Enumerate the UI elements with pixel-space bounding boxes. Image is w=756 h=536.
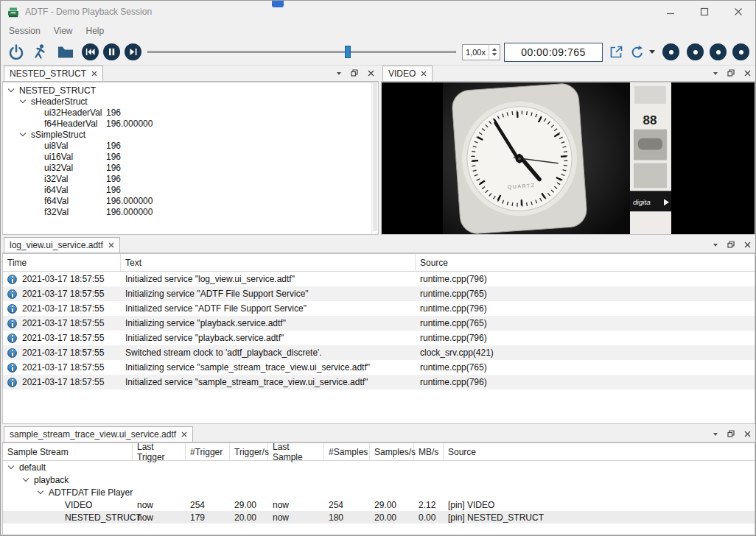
tree-row[interactable]: ui32Val 196 <box>3 162 378 173</box>
log-row[interactable]: 2021-03-17 18:57:55 Initializing service… <box>3 360 755 375</box>
trace-row[interactable]: ADTFDAT File Player <box>3 486 755 498</box>
tree-row[interactable]: f32Val 196.000000 <box>3 206 378 217</box>
pause-button[interactable] <box>103 43 120 60</box>
trace-row[interactable]: VIDEO now 254 29.00 now 254 29.00 2.12 [… <box>3 498 755 511</box>
seek-slider[interactable] <box>147 43 456 60</box>
tree-row[interactable]: ui32HeaderVal 196 <box>3 107 378 118</box>
tree-row[interactable]: i32Val 196 <box>3 173 378 184</box>
log-row[interactable]: 2021-03-17 18:57:55 Initializing service… <box>3 316 755 331</box>
column-header-time[interactable]: Time <box>3 254 121 271</box>
column-header-trigger-count[interactable]: #Trigger <box>186 443 230 460</box>
marker-dot-icon <box>669 50 673 54</box>
panel-close-icon[interactable] <box>368 68 374 79</box>
loop-playback-button[interactable] <box>630 45 645 60</box>
trace-row[interactable]: NESTED_STRUCT now 179 20.00 now 180 20.0… <box>3 511 755 523</box>
log-row[interactable]: 2021-03-17 18:57:55 Initialized service … <box>3 272 755 286</box>
menu-view[interactable]: View <box>47 24 80 38</box>
tree-item-label: f32Val <box>44 207 69 217</box>
log-row[interactable]: 2021-03-17 18:57:55 Switched stream cloc… <box>3 345 755 360</box>
speed-spinbox[interactable]: 1,00x <box>462 44 500 60</box>
trace-row[interactable]: playback <box>3 473 755 486</box>
marker-button-1[interactable] <box>662 43 679 60</box>
skip-to-start-button[interactable] <box>82 43 99 60</box>
open-folder-button[interactable] <box>57 45 74 60</box>
menu-help[interactable]: Help <box>80 24 111 38</box>
column-header-last-trigger[interactable]: Last Trigger <box>133 443 186 460</box>
tree-item-value: 196 <box>106 141 121 151</box>
column-header-sample-rate[interactable]: Samples/s <box>370 443 414 460</box>
tab-video[interactable]: VIDEO <box>382 66 433 81</box>
chevron-down-icon[interactable] <box>23 476 29 482</box>
panel-menu-icon[interactable] <box>713 72 718 75</box>
tree-row[interactable]: f64HeaderVal 196.000000 <box>3 118 378 129</box>
column-header-last-sample[interactable]: Last Sample <box>268 443 324 460</box>
close-button[interactable] <box>721 1 755 23</box>
tree-row[interactable]: sSimpleStruct <box>3 129 378 140</box>
panel-close-icon[interactable] <box>744 240 751 250</box>
run-button[interactable] <box>30 43 49 62</box>
trace-row[interactable]: default <box>3 461 755 473</box>
tree-row[interactable]: NESTED_STRUCT <box>3 85 378 96</box>
log-time: 2021-03-17 18:57:55 <box>22 362 104 373</box>
seek-slider-track[interactable] <box>147 51 456 53</box>
log-row[interactable]: 2021-03-17 18:57:55 Initialized service … <box>3 301 755 316</box>
tree-row[interactable]: ui8Val 196 <box>3 140 378 151</box>
column-header-sample-count[interactable]: #Samples <box>324 443 370 460</box>
column-header-text[interactable]: Text <box>121 254 416 271</box>
panel-close-icon[interactable] <box>744 68 751 79</box>
column-header-mbs[interactable]: MB/s <box>414 443 444 460</box>
panel-float-icon[interactable] <box>727 68 735 79</box>
tree-row[interactable]: sHeaderStruct <box>3 96 378 107</box>
time-display[interactable]: 00:00:09:765 <box>504 43 603 62</box>
column-header-trigger-rate[interactable]: Trigger/s <box>230 443 268 460</box>
chevron-down-icon[interactable] <box>8 463 14 469</box>
minimize-button[interactable] <box>654 1 687 23</box>
tree-row[interactable]: f64Val 196.000000 <box>3 195 378 206</box>
chevron-down-icon[interactable] <box>38 488 43 494</box>
log-source: runtime.cpp(796) <box>416 377 755 387</box>
marker-button-3[interactable] <box>710 43 727 60</box>
tree-row[interactable]: i64Val 196 <box>3 184 378 195</box>
tab-close-icon[interactable] <box>91 71 97 77</box>
seek-slider-handle[interactable] <box>345 46 351 58</box>
panel-float-icon[interactable] <box>727 429 735 440</box>
info-icon <box>7 378 17 387</box>
chevron-down-icon[interactable] <box>20 97 26 103</box>
tree-row[interactable]: ui16Val 196 <box>3 151 378 162</box>
tab-nested-struct[interactable]: NESTED_STRUCT <box>4 66 103 81</box>
skip-to-end-button[interactable] <box>125 43 141 60</box>
panel-menu-icon[interactable] <box>713 244 718 247</box>
panel-close-icon[interactable] <box>744 429 751 440</box>
power-button[interactable] <box>7 43 26 62</box>
spin-up-icon[interactable] <box>492 48 497 51</box>
log-row[interactable]: 2021-03-17 18:57:55 Initializing service… <box>3 286 755 301</box>
speed-spin-arrows[interactable] <box>489 45 500 60</box>
tab-close-icon[interactable] <box>108 242 114 248</box>
loop-dropdown-icon[interactable] <box>649 50 655 54</box>
tree-item-label: ui32HeaderVal <box>44 107 102 118</box>
log-row[interactable]: 2021-03-17 18:57:55 Initialized service … <box>3 331 755 345</box>
menu-session[interactable]: Session <box>2 24 47 38</box>
log-row[interactable]: 2021-03-17 18:57:55 Initialized service … <box>3 375 755 389</box>
tab-log-view[interactable]: log_view.ui_service.adtf <box>4 237 120 253</box>
chevron-down-icon[interactable] <box>20 130 26 136</box>
stream-label: VIDEO <box>65 500 92 510</box>
chevron-down-icon[interactable] <box>8 86 14 92</box>
scrollbar-thumb[interactable] <box>373 83 377 231</box>
spin-down-icon[interactable] <box>492 53 497 56</box>
vertical-scrollbar[interactable] <box>371 82 378 234</box>
panel-float-icon[interactable] <box>727 240 735 250</box>
column-header-source[interactable]: Source <box>444 443 755 460</box>
column-header-sample-stream[interactable]: Sample Stream <box>3 443 133 460</box>
panel-menu-icon[interactable] <box>337 72 341 75</box>
tab-trace-view[interactable]: sample_stream_trace_view.ui_service.adtf <box>4 426 193 442</box>
column-header-source[interactable]: Source <box>416 254 755 271</box>
panel-float-icon[interactable] <box>351 68 358 79</box>
marker-button-4[interactable] <box>732 43 749 60</box>
marker-button-2[interactable] <box>687 43 704 60</box>
maximize-button[interactable] <box>687 1 721 23</box>
tab-close-icon[interactable] <box>421 71 427 77</box>
detach-window-button[interactable] <box>609 44 624 60</box>
tab-close-icon[interactable] <box>181 431 187 437</box>
panel-menu-icon[interactable] <box>713 433 718 436</box>
